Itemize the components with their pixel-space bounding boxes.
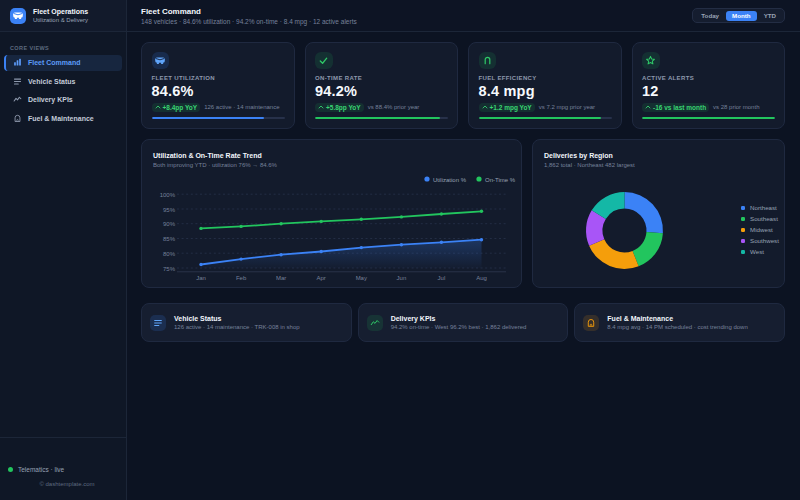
svg-text:Jun: Jun [397, 275, 407, 281]
svg-text:Mar: Mar [276, 275, 286, 281]
svg-text:90%: 90% [163, 221, 176, 227]
svg-text:Aug: Aug [476, 275, 487, 281]
svg-text:Jan: Jan [196, 275, 206, 281]
svg-text:75%: 75% [163, 266, 176, 272]
svg-text:May: May [356, 275, 367, 281]
svg-text:80%: 80% [163, 251, 176, 257]
svg-text:Apr: Apr [317, 275, 326, 281]
svg-text:95%: 95% [163, 207, 176, 213]
svg-text:100%: 100% [160, 192, 176, 198]
svg-text:On-Time %: On-Time % [485, 177, 516, 183]
svg-text:85%: 85% [163, 236, 176, 242]
svg-text:Utilization %: Utilization % [433, 177, 467, 183]
svg-text:Jul: Jul [438, 275, 446, 281]
svg-text:Feb: Feb [236, 275, 247, 281]
